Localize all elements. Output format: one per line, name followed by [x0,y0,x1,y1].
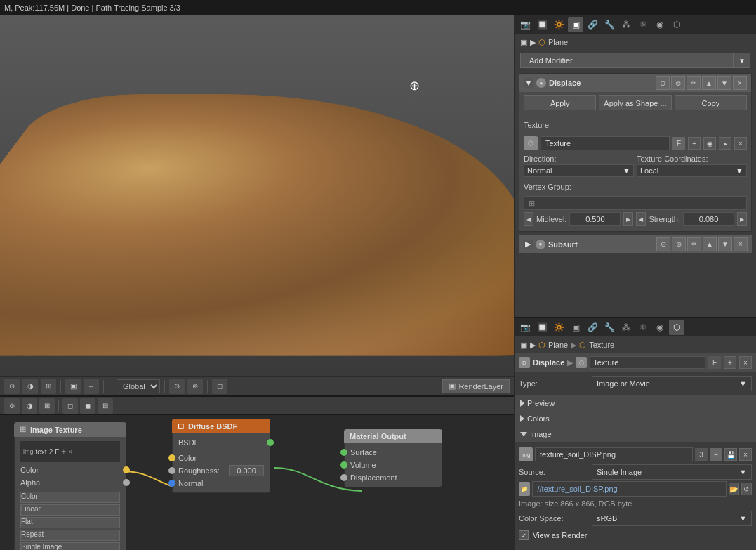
viewport-canvas[interactable]: ⊕ [0,15,514,376]
colors-section-header[interactable]: Colors [515,411,756,426]
midlevel-value[interactable]: 0.500 [569,212,621,226]
image-section-header[interactable]: Image [515,426,756,442]
particle-icon[interactable]: ⁂ [618,17,634,32]
camera-icon[interactable]: 📷 [517,17,533,32]
proportional-icon[interactable]: ⊚ [187,379,203,394]
node-toolbar-icon-1[interactable]: ⊙ [4,398,20,414]
viewport-shading-icon[interactable]: ◑ [22,379,38,394]
path-reload-btn[interactable]: ↺ [741,483,752,495]
node-image-texture[interactable]: ⊞ Image Texture img text 2 F + × [14,422,126,550]
overlay-icon[interactable]: ◻ [212,379,227,394]
vertex-group-field[interactable]: ⊞ [524,196,747,210]
modifier-edit-btn[interactable]: ✏ [687,76,701,90]
midlevel-left-btn[interactable]: ◀ [524,212,533,226]
copy-button[interactable]: Copy [675,95,747,110]
b-render-icon[interactable]: 🔲 [534,320,550,335]
color-space-dropdown[interactable]: sRGB ▼ [592,511,752,526]
extension-select[interactable]: Repeat [20,530,120,541]
object-icon[interactable]: ▣ [568,17,583,32]
texture-icon-top[interactable]: ⬡ [669,17,684,32]
physics-icon[interactable]: ⚛ [635,17,651,32]
subsurf-render-btn[interactable]: ⊙ [656,237,670,251]
b-modifier-icon[interactable]: 🔧 [602,320,617,335]
snap-icon[interactable]: ⊙ [169,379,185,394]
modifier-viewport-btn[interactable]: ⊚ [671,76,685,90]
midlevel-right-btn[interactable]: ▶ [623,212,633,226]
texture-delete-btn[interactable]: × [734,137,747,150]
right-top-scroll[interactable]: Add Modifier ▼ ▼ ● Displace ⊙ ⊚ ✏ ▲ [515,51,756,317]
add-modifier-button[interactable]: Add Modifier [520,53,734,68]
node-canvas[interactable]: ⊞ Image Texture img text 2 F + × [0,415,514,550]
texture-name-field[interactable]: Texture [541,136,670,150]
bottom-right-scroll[interactable]: Type: Image or Movie ▼ Preview Colors [515,372,756,550]
node-toolbar-icon-4[interactable]: ◻ [62,398,78,414]
b-constraint-icon[interactable]: 🔗 [585,320,600,335]
color-mode-select[interactable]: Color [20,492,120,503]
node-toolbar-icon-2[interactable]: ◑ [22,398,37,414]
subsurf-viewport-btn[interactable]: ⊚ [672,237,686,251]
preview-section-header[interactable]: Preview [515,395,756,411]
apply-as-shape-button[interactable]: Apply as Shape ... [599,95,671,110]
interpolation-select[interactable]: Linear [20,504,120,516]
node-toolbar-icon-3[interactable]: ⊞ [39,398,55,414]
strength-right-btn[interactable]: ▶ [737,212,747,226]
node-toolbar-icon-5[interactable]: ◼ [80,398,95,414]
subsurf-delete-btn[interactable]: × [734,237,748,251]
texture-browse-btn[interactable]: ◉ [703,137,716,150]
material-icon[interactable]: ◉ [652,17,668,32]
projection-select[interactable]: Flat [20,517,120,528]
modifier-icon[interactable]: 🔧 [602,17,617,32]
tex-add-btn[interactable]: + [724,356,736,369]
direction-dropdown[interactable]: Normal ▼ [524,164,634,177]
constraint-icon[interactable]: 🔗 [585,17,600,32]
global-dropdown[interactable]: Global [117,379,160,393]
image-save-btn[interactable]: 💾 [724,448,737,461]
viewport-mode-icon[interactable]: ⊙ [4,379,20,394]
type-dropdown[interactable]: Image or Movie ▼ [592,376,752,391]
path-field[interactable]: //texture_soil_DISP.png [532,481,726,497]
subsurf-up-btn[interactable]: ▲ [703,237,717,251]
source-dropdown[interactable]: Single Image ▼ [592,464,752,480]
subsurf-edit-btn[interactable]: ✏ [687,237,701,251]
subsurf-enable[interactable]: ● [536,240,545,249]
render-icon[interactable]: 🔲 [534,17,550,32]
b-particle-icon[interactable]: ⁂ [618,320,634,335]
render-layer-button[interactable]: ▣ RenderLayer [442,379,510,393]
b-scene-icon[interactable]: 🔆 [551,320,566,335]
viewport-view-icon[interactable]: ⊞ [41,379,56,394]
texture-name-bottom[interactable]: Texture [590,356,705,369]
node-material-output[interactable]: Material Output Surface Volume [344,429,442,487]
modifier-down-btn[interactable]: ▼ [717,76,731,90]
apply-button[interactable]: Apply [524,95,596,110]
scene-icon[interactable]: 🔆 [551,17,566,32]
image-filename-field[interactable]: texture_soil_DISP.png [535,447,693,461]
b-object-icon[interactable]: ▣ [568,320,583,335]
view-as-render-checkbox[interactable] [519,530,529,540]
strength-value[interactable]: 0.080 [683,212,734,226]
b-material-icon[interactable]: ◉ [652,320,668,335]
source-select[interactable]: Single Image [20,542,120,550]
texture-settings-btn[interactable]: ▸ [719,137,731,150]
modifier-up-btn[interactable]: ▲ [702,76,716,90]
transform-icon[interactable]: ↔ [84,379,99,394]
roughness-input[interactable] [229,465,264,476]
node-toolbar-icon-6[interactable]: ⊟ [98,398,113,414]
texture-add-btn[interactable]: + [688,137,701,150]
b-camera-icon[interactable]: 📷 [517,320,533,335]
image-delete-btn[interactable]: × [739,448,752,461]
modifier-render-btn[interactable]: ⊙ [656,76,670,90]
tex-delete-btn[interactable]: × [739,356,752,369]
modifier-delete-btn[interactable]: × [733,76,747,90]
add-modifier-dropdown[interactable]: ▼ [734,53,750,68]
tex-coords-dropdown[interactable]: Local ▼ [637,164,747,177]
node-diffuse-bsdf[interactable]: ◻ Diffuse BSDF BSDF Color [172,419,270,493]
modifier-enable-toggle[interactable]: ● [536,78,546,88]
select-mode-icon[interactable]: ▣ [65,379,81,394]
path-browse-btn[interactable]: 📂 [729,483,739,495]
modifier-visibility-toggle[interactable]: ▼ [524,78,533,88]
b-physics-icon[interactable]: ⚛ [635,320,651,335]
b-texture-icon[interactable]: ⬡ [669,320,684,335]
subsurf-toggle[interactable]: ▶ [523,240,533,249]
subsurf-down-btn[interactable]: ▼ [718,237,732,251]
strength-left-btn[interactable]: ◀ [636,212,646,226]
